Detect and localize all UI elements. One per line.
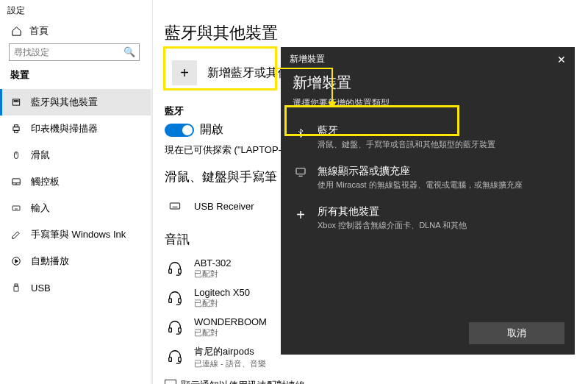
device-name: WONDERBOOM (194, 316, 267, 327)
svg-rect-19 (14, 286, 18, 291)
sidebar-item-label: 自動播放 (31, 255, 69, 268)
scrollbar[interactable] (151, 88, 152, 384)
dialog-title: 新增裝置 (290, 53, 325, 65)
svg-rect-1 (14, 101, 15, 102)
device-status: 已連線 - 語音、音樂 (194, 358, 266, 369)
svg-rect-26 (169, 269, 172, 274)
pen-icon (10, 230, 22, 240)
option-label: 無線顯示器或擴充座 (318, 165, 523, 178)
plus-icon: + (293, 207, 309, 224)
option-label: 所有其他裝置 (318, 205, 467, 218)
cancel-label: 取消 (507, 327, 526, 340)
bluetooth-icon (10, 96, 22, 108)
svg-rect-28 (169, 299, 172, 303)
monitor-icon (293, 166, 309, 178)
sidebar-item-label: 印表機與掃描器 (31, 122, 98, 135)
sidebar-item-autoplay[interactable]: 自動播放 (0, 248, 152, 274)
svg-rect-27 (179, 269, 182, 274)
bluetooth-icon (293, 126, 309, 141)
svg-rect-5 (15, 130, 18, 132)
swift-pair-checkbox-row[interactable]: 顯示通知以使用迅速配對連線 (165, 379, 588, 384)
svg-rect-3 (13, 127, 19, 131)
option-desc: Xbox 控制器含無線介面卡、DLNA 和其他 (318, 220, 467, 231)
mouse-icon (10, 149, 22, 161)
device-name: Logitech X50 (194, 287, 250, 298)
svg-rect-32 (169, 358, 172, 362)
touchpad-icon (10, 177, 22, 187)
close-icon[interactable]: ✕ (557, 54, 566, 65)
svg-rect-29 (179, 299, 182, 303)
svg-rect-0 (12, 99, 19, 105)
arrow-segment (277, 68, 333, 69)
sidebar-item-usb[interactable]: USB (0, 274, 152, 301)
sidebar-item-label: 手寫筆與 Windows Ink (31, 228, 126, 241)
plus-icon: + (172, 60, 197, 85)
toggle-label: 開啟 (200, 122, 223, 138)
sidebar-item-label: 輸入 (31, 202, 50, 215)
headset-icon (165, 260, 185, 277)
sidebar-item-label: 觸控板 (31, 175, 60, 188)
home-link[interactable]: 首頁 (0, 21, 152, 43)
sidebar-item-touchpad[interactable]: 觸控板 (0, 168, 152, 195)
dialog-subtitle: 選擇您要新增的裝置類型 (281, 96, 575, 117)
headset-icon (165, 290, 185, 306)
dialog-option-bluetooth[interactable]: 藍牙 滑鼠、鍵盤、手寫筆或音訊和其他類型的藍牙裝置 (281, 117, 575, 157)
sidebar-item-label: 滑鼠 (31, 149, 50, 162)
keyboard-icon (10, 204, 22, 213)
headset-icon (165, 319, 185, 335)
device-name: 肯尼的airpods (194, 345, 266, 358)
device-name: ABT-302 (194, 257, 232, 269)
dialog-option-wireless-display[interactable]: 無線顯示器或擴充座 使用 Miracast 的無線監視器、電視或電腦，或無線擴充… (281, 157, 575, 198)
device-name: USB Receiver (194, 201, 254, 212)
add-device-dialog: 新增裝置 ✕ 新增裝置 選擇您要新增的裝置類型 藍牙 滑鼠、鍵盤、手寫筆或音訊和… (281, 47, 575, 355)
checkbox-icon[interactable] (165, 380, 176, 384)
sidebar-item-label: 藍牙與其他裝置 (31, 96, 98, 109)
device-status: 已配對 (194, 327, 267, 338)
keyboard-device-icon (165, 200, 185, 212)
home-icon (10, 26, 22, 37)
sidebar-item-label: USB (31, 282, 51, 294)
svg-rect-18 (15, 284, 18, 286)
nav-list: 藍牙與其他裝置 印表機與掃描器 滑鼠 觸控板 輸入 (0, 89, 152, 301)
sidebar-item-printers[interactable]: 印表機與掃描器 (0, 115, 152, 142)
svg-rect-2 (17, 101, 18, 102)
device-status: 已配對 (194, 269, 232, 280)
arrow-head-icon (328, 102, 337, 107)
svg-rect-20 (170, 203, 179, 209)
app-title: 設定 (0, 0, 152, 21)
bluetooth-toggle[interactable] (165, 124, 194, 137)
checkbox-label: 顯示通知以使用迅速配對連線 (181, 379, 305, 384)
home-label: 首頁 (29, 24, 49, 38)
cancel-button[interactable]: 取消 (469, 322, 564, 344)
dialog-heading: 新增裝置 (281, 71, 575, 96)
search-icon: 🔍 (123, 46, 135, 57)
usb-icon (10, 282, 22, 294)
svg-rect-31 (179, 328, 182, 333)
sidebar-item-bluetooth[interactable]: 藍牙與其他裝置 (0, 89, 152, 115)
svg-rect-30 (169, 328, 172, 333)
device-status: 已配對 (194, 298, 250, 309)
headset-icon (165, 349, 185, 365)
dialog-option-other[interactable]: + 所有其他裝置 Xbox 控制器含無線介面卡、DLNA 和其他 (281, 198, 575, 238)
search-input[interactable] (9, 43, 140, 61)
sidebar-item-pen[interactable]: 手寫筆與 Windows Ink (0, 221, 152, 248)
svg-rect-11 (12, 206, 20, 210)
sidebar-item-typing[interactable]: 輸入 (0, 195, 152, 221)
page-title: 藍牙與其他裝置 (165, 22, 588, 44)
settings-sidebar: 設定 首頁 🔍 裝置 藍牙與其他裝置 印表機與掃描器 (0, 0, 153, 384)
sidebar-item-mouse[interactable]: 滑鼠 (0, 142, 152, 168)
autoplay-icon (10, 256, 22, 266)
svg-rect-33 (179, 358, 182, 362)
option-desc: 滑鼠、鍵盤、手寫筆或音訊和其他類型的藍牙裝置 (318, 139, 495, 150)
option-desc: 使用 Miracast 的無線監視器、電視或電腦，或無線擴充座 (318, 179, 523, 191)
svg-rect-34 (296, 168, 305, 174)
svg-rect-4 (15, 125, 18, 127)
arrow-segment (331, 68, 333, 104)
option-label: 藍牙 (318, 124, 495, 138)
printer-icon (10, 124, 22, 134)
section-header: 裝置 (0, 65, 152, 88)
